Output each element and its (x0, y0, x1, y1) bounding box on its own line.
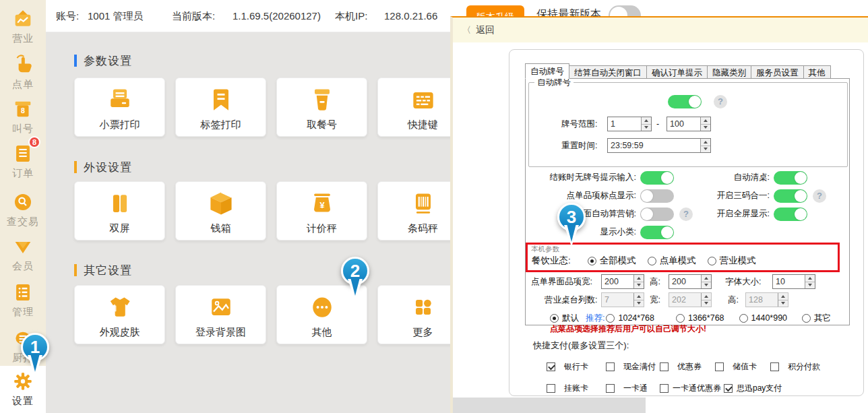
receipt-printer-icon (75, 82, 164, 119)
cash-box-icon (176, 186, 266, 222)
radio-1440x990[interactable] (739, 314, 748, 323)
tile-label-print[interactable]: 标签打印 (175, 77, 266, 137)
item-height-label: 高: (650, 274, 660, 289)
reset-time-input[interactable]: 23:59:59 (607, 138, 711, 153)
auto-number-toggle[interactable] (668, 95, 702, 108)
spin-down[interactable] (702, 282, 711, 289)
checkbox-onecard[interactable] (606, 384, 615, 393)
spin-down (702, 300, 711, 307)
spinner-buttons[interactable] (700, 117, 710, 131)
sidebar-item-management[interactable]: 管理 (0, 280, 46, 319)
checkbox-credit-account[interactable] (547, 384, 555, 393)
spinner-buttons[interactable] (633, 275, 644, 288)
spin-down[interactable] (701, 125, 710, 131)
tile-dual-screen[interactable]: 双屏 (74, 181, 165, 241)
spin-up[interactable] (701, 139, 710, 146)
quickpay-title: 快捷支付(最多设置三个): (533, 340, 629, 352)
checkbox-sixun-pay[interactable] (724, 384, 733, 393)
spinner-buttons[interactable] (701, 275, 711, 288)
section-header-other: 其它设置 (74, 262, 132, 278)
checkbox-cash-full[interactable] (606, 362, 615, 371)
tile-receipt-print[interactable]: 小票打印 (74, 77, 165, 137)
bottom-strip (453, 398, 646, 413)
sidebar-item-business[interactable]: 营业 (0, 7, 46, 45)
tile-pickup-number[interactable]: 取餐号 (276, 77, 367, 137)
auto-number-help-icon[interactable]: ? (714, 95, 727, 108)
tab-auto-close-window[interactable]: 结算自动关闭窗口 (569, 65, 647, 79)
three-code-help-icon[interactable]: ? (813, 189, 826, 203)
checkbox-bank-card[interactable] (547, 362, 555, 371)
search-icon (0, 190, 46, 214)
checkbox-points-pay[interactable] (770, 362, 779, 371)
sidebar-item-call-number[interactable]: 8 叫号 (0, 97, 46, 135)
spin-down (634, 300, 644, 307)
checkbox-coupon[interactable] (660, 362, 669, 371)
item-width-input[interactable]: 200 (601, 274, 644, 289)
sidebar-item-order-taking[interactable]: 点单 (0, 53, 46, 91)
back-button[interactable]: 〈 返回 (453, 18, 868, 42)
business-mode-label: 餐饮业态: (532, 255, 571, 267)
switch-row-1: 结账时无牌号提示输入: 自动清桌: (526, 170, 850, 185)
spin-up[interactable] (805, 275, 815, 282)
spinner-buttons (778, 293, 788, 307)
spin-down[interactable] (701, 146, 710, 153)
spinner-buttons[interactable] (805, 275, 815, 288)
range-to-input[interactable]: 100 (666, 117, 711, 131)
spin-up[interactable] (634, 275, 644, 282)
no-number-prompt-toggle[interactable] (640, 171, 674, 185)
section-accent-bar (74, 161, 77, 173)
account-value: 1001 管理员 (88, 0, 144, 32)
radio-default-resolution[interactable] (550, 314, 559, 323)
toggle-knob (795, 172, 807, 184)
checkbox-onecard-coupon[interactable] (660, 384, 669, 393)
fullscreen-toggle[interactable] (774, 208, 807, 221)
scale-bag-icon: ¥ (277, 186, 367, 222)
tile-appearance-skin[interactable]: 外观皮肤 (74, 285, 165, 344)
quickpay-cash-full: 现金满付 (606, 361, 656, 372)
show-subcategory-toggle[interactable] (640, 226, 674, 239)
settings-tabs: 自动牌号 结算自动关闭窗口 确认订单提示 隐藏类别 服务员设置 其他 (525, 63, 831, 79)
radio-other-resolution[interactable] (802, 314, 811, 323)
tab-confirm-order-hint[interactable]: 确认订单提示 (647, 65, 708, 79)
spinner-buttons[interactable] (641, 117, 651, 131)
tile-login-background[interactable]: 登录背景图 (175, 285, 266, 344)
radio-order-mode[interactable] (648, 257, 656, 265)
business-mode-row: 餐饮业态: 全部模式 点单模式 营业模式 (532, 255, 756, 267)
tab-waiter-settings[interactable]: 服务员设置 (751, 65, 804, 79)
item-height-input[interactable]: 200 (669, 274, 712, 289)
radio-business-mode[interactable] (708, 257, 716, 265)
radio-1366x768[interactable] (676, 314, 685, 323)
tab-page-auto-number: 自动牌号 ? 牌号范围: 1 - 100 重置时间: 23:59 (525, 78, 850, 325)
item-punctuation-toggle[interactable] (640, 189, 674, 203)
ip-value: 128.0.21.66 (384, 0, 437, 32)
spinner-buttons[interactable] (700, 139, 710, 152)
section-header-peripherals: 外设设置 (74, 159, 132, 175)
sidebar-item-orders[interactable]: 8 订单 (0, 141, 46, 180)
spin-up[interactable] (701, 117, 710, 125)
spin-down[interactable] (642, 125, 651, 131)
radio-all-mode[interactable] (588, 257, 596, 265)
spin-up[interactable] (702, 275, 711, 282)
auto-marketing-toggle[interactable] (640, 208, 674, 221)
toggle-knob (795, 208, 807, 220)
tab-other[interactable]: 其他 (804, 65, 831, 79)
spin-down[interactable] (634, 282, 644, 289)
range-from-input[interactable]: 1 (607, 117, 652, 131)
sidebar-item-members[interactable]: 会员 (0, 234, 46, 273)
tile-pricing-scale[interactable]: ¥ 计价秤 (276, 181, 367, 241)
sidebar-item-transactions[interactable]: 查交易 (0, 190, 46, 228)
spin-down[interactable] (805, 282, 815, 289)
tab-auto-number[interactable]: 自动牌号 (525, 63, 569, 79)
three-code-toggle[interactable] (774, 189, 807, 203)
auto-clear-table-toggle[interactable] (774, 171, 807, 185)
table-height-label: 高: (728, 292, 739, 307)
spin-up[interactable] (642, 117, 651, 125)
quickpay-coupon: 优惠券 (660, 361, 702, 372)
tab-hidden-category[interactable]: 隐藏类别 (708, 65, 751, 79)
font-size-input[interactable]: 10 (772, 274, 815, 289)
tshirt-icon (75, 290, 164, 326)
tile-cash-drawer[interactable]: 钱箱 (175, 181, 266, 241)
radio-1024x768[interactable] (606, 314, 615, 323)
quickpay-bank-card: 银行卡 (547, 361, 588, 372)
checkbox-stored-card[interactable] (715, 362, 724, 371)
